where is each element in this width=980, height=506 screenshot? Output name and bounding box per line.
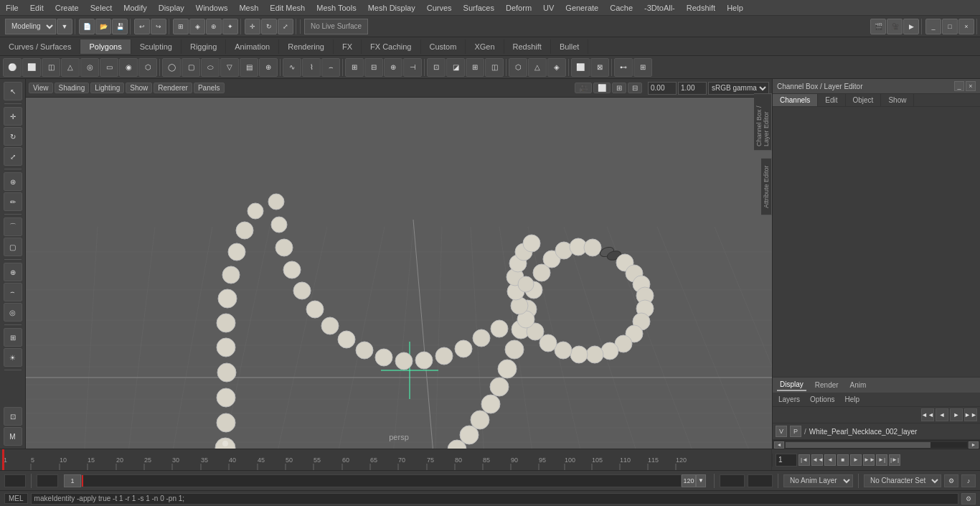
le-delete-layer-btn[interactable]: ◄	[936, 408, 948, 421]
le-scrollbar[interactable]: ◄ ►	[773, 440, 980, 449]
menu-surfaces[interactable]: Surfaces	[458, 2, 500, 14]
mel-btn[interactable]: M	[4, 427, 22, 446]
tab-polygons[interactable]: Polygons	[80, 39, 131, 54]
outliner-btn[interactable]: ⊡	[4, 407, 22, 426]
marquee-btn[interactable]: ▢	[4, 238, 22, 256]
le-playback-btn[interactable]: P	[790, 426, 801, 437]
tab-fx-caching[interactable]: FX Caching	[362, 39, 420, 54]
anim-start-input[interactable]: 120	[720, 474, 745, 487]
vp-obj-btn[interactable]: ⬜	[593, 83, 611, 93]
menu-create[interactable]: Create	[50, 2, 85, 14]
extrude-btn[interactable]: ⊡	[427, 58, 446, 77]
menu-deform[interactable]: Deform	[500, 2, 537, 14]
cb-close-btn[interactable]: ×	[966, 81, 976, 91]
frame-start-input[interactable]: 1	[37, 474, 58, 487]
lasso-select-btn[interactable]: ⌒	[4, 217, 22, 236]
vp-shading-btn[interactable]: Shading	[55, 83, 90, 93]
bridge-btn[interactable]: ⊞	[466, 58, 484, 77]
uv-map-btn[interactable]: ⬜	[571, 58, 590, 77]
attribute-editor-side-tab[interactable]: Attribute Editor	[761, 158, 772, 215]
vp-gamma-select[interactable]: sRGB gamma	[708, 82, 769, 95]
live-surface-btn[interactable]: No Live Surface	[304, 19, 368, 34]
cylinder-icon-btn[interactable]: ◫	[42, 58, 60, 77]
char-set-dropdown[interactable]: No Character Set	[864, 474, 941, 487]
uv-editor-btn[interactable]: ⊠	[590, 58, 609, 77]
current-frame-input[interactable]: 1	[4, 474, 26, 487]
cb-tab-show[interactable]: Show	[881, 94, 914, 106]
stop-btn[interactable]: ■	[837, 454, 849, 466]
cb-tab-edit[interactable]: Edit	[818, 94, 845, 106]
layer-row-white-pearl[interactable]: V P / White_Pearl_Necklace_002_layer	[773, 423, 980, 440]
vp-view-btn[interactable]: View	[29, 83, 53, 93]
menu-mesh-display[interactable]: Mesh Display	[362, 2, 421, 14]
combine-btn[interactable]: ⊞	[345, 58, 364, 77]
le-tab-anim[interactable]: Anim	[847, 380, 870, 390]
le-remove-selected-btn[interactable]: ►►	[964, 408, 977, 421]
vp-value1-input[interactable]	[648, 82, 677, 95]
le-add-selected-btn[interactable]: ►	[950, 408, 963, 421]
ep-curve-btn[interactable]: ⌇	[302, 58, 321, 77]
close-btn[interactable]: ×	[958, 19, 974, 34]
camera-btn[interactable]: ⊞	[4, 328, 22, 347]
menu-help[interactable]: Help	[721, 2, 749, 14]
menu-windows[interactable]: Windows	[190, 2, 234, 14]
tab-custom[interactable]: Custom	[421, 39, 466, 54]
menu-display[interactable]: Display	[153, 2, 190, 14]
le-tab-display[interactable]: Display	[777, 379, 806, 391]
mode-dropdown[interactable]: Modeling	[5, 19, 56, 34]
le-scroll-left-btn[interactable]: ◄	[774, 441, 784, 449]
menu-mesh-tools[interactable]: Mesh Tools	[311, 2, 362, 14]
ipr-btn[interactable]: ▶	[903, 19, 919, 34]
menu-file[interactable]: File	[0, 2, 24, 14]
disc-icon-btn[interactable]: ◉	[119, 58, 138, 77]
scale-btn[interactable]: ⤢	[278, 19, 293, 34]
reduce-btn[interactable]: △	[528, 58, 547, 77]
maximize-btn[interactable]: □	[942, 19, 958, 34]
cb-tab-object[interactable]: Object	[846, 94, 882, 106]
anim-settings-btn[interactable]: ⚙	[944, 474, 958, 487]
vp-grid-btn[interactable]: ⊟	[628, 83, 642, 93]
vp-lighting-btn[interactable]: Lighting	[90, 83, 124, 93]
lasso-btn[interactable]: ◈	[189, 19, 205, 34]
frame-end-dropdown-btn[interactable]: ▼	[696, 474, 706, 487]
cv-curve-btn[interactable]: ∿	[283, 58, 301, 77]
move-btn[interactable]: ✛	[245, 19, 260, 34]
tab-bullet[interactable]: Bullet	[551, 39, 589, 54]
le-visibility-btn[interactable]: V	[776, 426, 787, 437]
le-scroll-right-btn[interactable]: ►	[969, 441, 979, 449]
nurbs-plane-btn[interactable]: ▤	[240, 58, 258, 77]
menu-select[interactable]: Select	[85, 2, 118, 14]
nurbs-torus-btn[interactable]: ⊕	[259, 58, 278, 77]
vp-value2-input[interactable]	[678, 82, 707, 95]
select-tool-btn[interactable]: ↖	[4, 82, 22, 100]
next-key-btn[interactable]: ►►	[863, 454, 875, 466]
extract-btn[interactable]: ⊟	[364, 58, 383, 77]
menu-curves[interactable]: Curves	[421, 2, 458, 14]
plane-icon-btn[interactable]: ▭	[100, 58, 118, 77]
timeline-playhead[interactable]	[2, 449, 4, 470]
viewport[interactable]: View Shading Lighting Show Renderer Pane…	[26, 79, 772, 449]
nurbs-cone-btn[interactable]: ▽	[220, 58, 239, 77]
smooth-btn[interactable]: ⬡	[509, 58, 527, 77]
move-tool-btn[interactable]: ✛	[4, 107, 22, 126]
lattice-btn[interactable]: ⊞	[633, 58, 652, 77]
paint-btn[interactable]: ✦	[222, 19, 238, 34]
prev-key-btn[interactable]: ◄◄	[811, 454, 823, 466]
open-btn[interactable]: 📂	[95, 19, 111, 34]
minimize-btn[interactable]: _	[925, 19, 941, 34]
menu-edit[interactable]: Edit	[24, 2, 50, 14]
new-btn[interactable]: 📄	[79, 19, 95, 34]
deform-btn[interactable]: ⊷	[614, 58, 633, 77]
tab-redshift[interactable]: Redshift	[504, 39, 551, 54]
timeline-ruler[interactable]: 1 5 10 15 20 25 30 35 40 45 50 55 60	[0, 449, 772, 470]
timeline-mini[interactable]	[81, 474, 682, 487]
pipe-icon-btn[interactable]: ⬡	[138, 58, 157, 77]
tab-fx[interactable]: FX	[334, 39, 362, 54]
scale-tool-btn[interactable]: ⤢	[4, 147, 22, 166]
boolean-btn[interactable]: ⊕	[384, 58, 402, 77]
cone-icon-btn[interactable]: △	[61, 58, 80, 77]
retopo-btn[interactable]: ◈	[547, 58, 566, 77]
nurbs-cube-btn[interactable]: ▢	[182, 58, 200, 77]
tab-xgen[interactable]: XGen	[466, 39, 504, 54]
tab-rendering[interactable]: Rendering	[279, 39, 334, 54]
